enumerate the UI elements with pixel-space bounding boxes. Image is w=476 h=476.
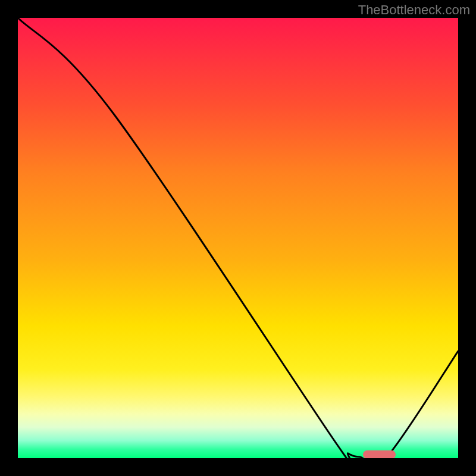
bottleneck-curve	[18, 18, 458, 458]
plot-area	[18, 18, 458, 458]
optimal-marker	[363, 450, 396, 458]
chart-line-layer	[18, 18, 458, 458]
watermark-text: TheBottleneck.com	[358, 2, 470, 18]
